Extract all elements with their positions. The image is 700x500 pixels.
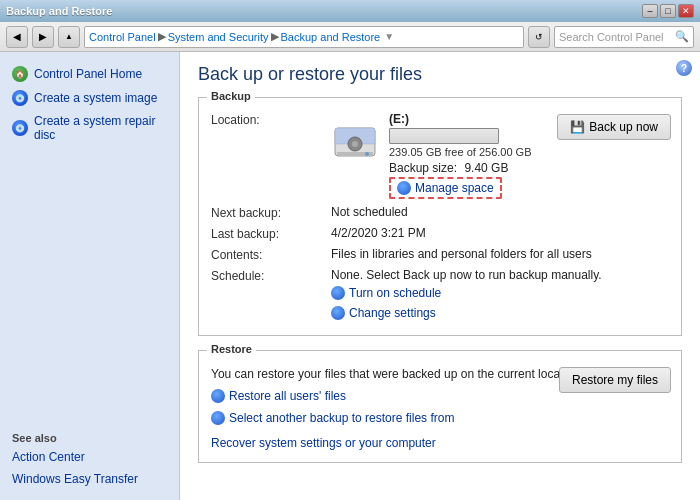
forward-button[interactable]: ▶ [32,26,54,48]
svg-point-5 [365,152,369,156]
minimize-button[interactable]: – [642,4,658,18]
content-area: ? Back up or restore your files Backup 💾… [180,52,700,500]
restore-my-files-label: Restore my files [572,373,658,387]
sidebar-label-home: Control Panel Home [34,67,142,81]
refresh-button[interactable]: ↺ [528,26,550,48]
sidebar: 🏠 Control Panel Home 💿 Create a system i… [0,52,180,500]
breadcrumb-control-panel[interactable]: Control Panel [89,31,156,43]
title-bar: Backup and Restore – □ ✕ [0,0,700,22]
select-backup-link[interactable]: Select another backup to restore files f… [211,411,454,425]
maximize-button[interactable]: □ [660,4,676,18]
search-placeholder: Search Control Panel [559,31,675,43]
manage-space-button[interactable]: Manage space [389,177,502,199]
contents-value: Files in libraries and personal folders … [331,247,669,262]
schedule-value: None. Select Back up now to run backup m… [331,268,669,323]
drive-icon [331,120,379,160]
sidebar-item-windows-easy-transfer[interactable]: Windows Easy Transfer [0,468,179,490]
sidebar-item-repair-disc[interactable]: 💿 Create a system repair disc [0,110,179,146]
disk-icon: 💿 [12,90,28,106]
turn-on-schedule-label: Turn on schedule [349,286,441,300]
address-bar: ◀ ▶ ▲ Control Panel ▶ System and Securit… [0,22,700,52]
sidebar-label-transfer: Windows Easy Transfer [12,472,138,486]
change-settings-link[interactable]: Change settings [331,306,436,320]
breadcrumb-system-security[interactable]: System and Security [168,31,269,43]
backup-icon: 💾 [570,120,585,134]
breadcrumb[interactable]: Control Panel ▶ System and Security ▶ Ba… [84,26,524,48]
breadcrumb-backup-restore[interactable]: Backup and Restore [281,31,381,43]
window-controls: – □ ✕ [642,4,694,18]
manage-space-label: Manage space [415,181,494,195]
schedule-label: Schedule: [211,268,331,323]
backup-section: Backup 💾 Back up now Location: [198,97,682,336]
backup-size-label: Backup size: [389,161,457,175]
restore-section: Restore Restore my files You can restore… [198,350,682,463]
back-up-now-label: Back up now [589,120,658,134]
location-label: Location: [211,112,331,199]
manage-space-icon [397,181,411,195]
backup-grid: Location: [211,112,669,323]
main-container: 🏠 Control Panel Home 💿 Create a system i… [0,52,700,500]
home-icon: 🏠 [12,66,28,82]
next-backup-label: Next backup: [211,205,331,220]
sidebar-label-repair: Create a system repair disc [34,114,167,142]
next-backup-value: Not scheduled [331,205,669,220]
free-space: 239.05 GB free of 256.00 GB [389,146,669,158]
recover-system-link[interactable]: Recover system settings or your computer [211,436,436,450]
select-backup-label: Select another backup to restore files f… [229,411,454,425]
schedule-text: None. Select Back up now to run backup m… [331,268,669,282]
search-icon[interactable]: 🔍 [675,30,689,43]
recover-label: Recover system settings or your computer [211,436,436,450]
see-also-title: See also [0,426,179,446]
restore-description: You can restore your files that were bac… [211,367,591,381]
search-bar[interactable]: Search Control Panel 🔍 [554,26,694,48]
up-button[interactable]: ▲ [58,26,80,48]
sidebar-item-system-image[interactable]: 💿 Create a system image [0,86,179,110]
sidebar-label-image: Create a system image [34,91,157,105]
back-button[interactable]: ◀ [6,26,28,48]
turn-on-schedule-link[interactable]: Turn on schedule [331,286,441,300]
restore-my-files-button[interactable]: Restore my files [559,367,671,393]
restore-all-icon [211,389,225,403]
disc-icon: 💿 [12,120,28,136]
restore-all-label: Restore all users' files [229,389,346,403]
restore-all-users-link[interactable]: Restore all users' files [211,389,346,403]
change-settings-label: Change settings [349,306,436,320]
svg-point-4 [352,141,358,147]
backup-size-row: Backup size: 9.40 GB [389,161,669,175]
backup-size-value: 9.40 GB [464,161,508,175]
close-button[interactable]: ✕ [678,4,694,18]
settings-icon [331,306,345,320]
sidebar-item-control-panel-home[interactable]: 🏠 Control Panel Home [0,62,179,86]
last-backup-label: Last backup: [211,226,331,241]
select-backup-icon [211,411,225,425]
page-title: Back up or restore your files [198,64,682,85]
backup-section-label: Backup [207,90,255,102]
schedule-icon [331,286,345,300]
help-icon[interactable]: ? [676,60,692,76]
back-up-now-button[interactable]: 💾 Back up now [557,114,671,140]
last-backup-value: 4/2/2020 3:21 PM [331,226,669,241]
window-title: Backup and Restore [6,5,112,17]
sidebar-item-action-center[interactable]: Action Center [0,446,179,468]
breadcrumb-dropdown-icon[interactable]: ▼ [384,31,394,42]
restore-section-label: Restore [207,343,256,355]
location-progress-bar [389,128,499,144]
sidebar-label-action: Action Center [12,450,85,464]
contents-label: Contents: [211,247,331,262]
